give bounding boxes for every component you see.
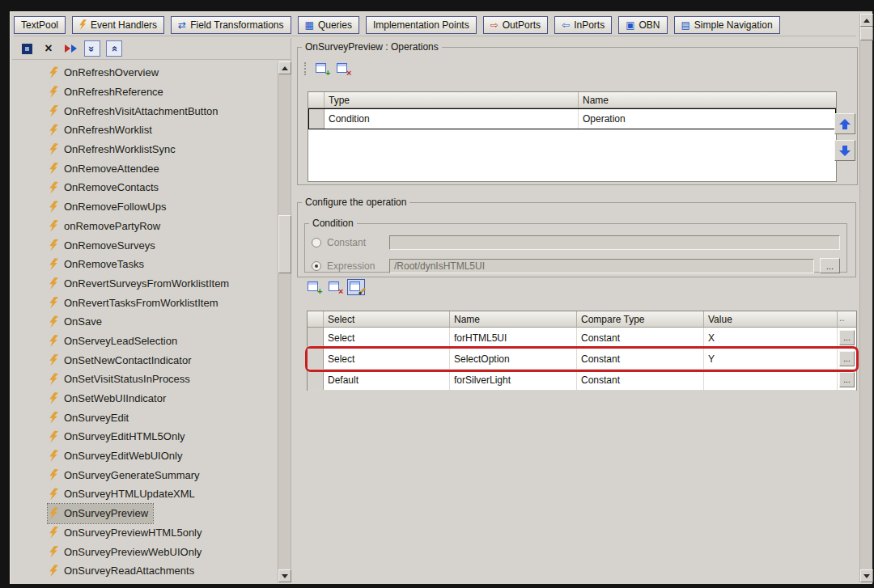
event-handler-item[interactable]: OnRemoveSurveys <box>48 235 160 255</box>
toolbar-tab[interactable]: ⇄ Field Transformations <box>171 16 291 34</box>
tab-label: OBN <box>639 19 660 31</box>
add-condition-button[interactable]: + <box>305 279 323 295</box>
bolt-icon <box>79 19 87 30</box>
event-handler-label: OnSurveyEditWebUIOnly <box>64 450 182 462</box>
event-handler-item[interactable]: OnSurveyHTMLUpdateXML <box>48 484 200 504</box>
operation-row[interactable]: Condition Operation <box>308 108 836 129</box>
condition-table-row[interactable]: Select SelectOption Constant Y ... <box>308 349 856 370</box>
event-handler-item[interactable]: OnSurveyPreview <box>48 504 153 523</box>
goto-button[interactable] <box>62 40 78 57</box>
event-handler-item[interactable]: OnSurveyPreviewWebUIOnly <box>48 542 206 561</box>
event-handler-item[interactable]: OnRefreshOverview <box>48 63 163 82</box>
toolbar-tab[interactable]: Event Handlers <box>72 16 164 34</box>
edit-condition-button[interactable] <box>347 279 365 295</box>
column-value[interactable]: Value <box>704 311 838 327</box>
toolbar-tab[interactable]: ⇨ OutPorts <box>483 16 548 34</box>
list-scrollbar[interactable] <box>278 61 291 582</box>
list-scrollbar-thumb[interactable] <box>278 215 291 273</box>
event-handler-item[interactable]: OnRevertSurveysFromWorklistItem <box>48 274 234 294</box>
column-select[interactable]: Select <box>324 311 450 327</box>
event-handler-item[interactable]: OnRemoveTasks <box>48 255 149 274</box>
column-compare-type[interactable]: Compare Type <box>577 311 704 327</box>
expression-input[interactable] <box>389 259 814 273</box>
row-selector[interactable] <box>308 349 324 369</box>
event-handler-item[interactable]: OnSetNewContactIndicator <box>48 350 197 370</box>
toolbar-tab[interactable]: ⇦ InPorts <box>554 16 612 34</box>
toolbar-tab[interactable]: TextPool <box>14 16 66 34</box>
move-up-button[interactable] <box>834 113 855 134</box>
value-browse-button[interactable]: ... <box>839 372 855 387</box>
event-handler-icon <box>49 297 58 309</box>
condition-table-row[interactable]: Default forSilverLight Constant ... <box>308 370 856 391</box>
delete-icon: × <box>45 42 52 55</box>
event-handler-item[interactable]: OnSurveyEdit <box>48 408 134 427</box>
move-down-button[interactable] <box>834 140 855 161</box>
event-handler-icon <box>49 86 58 98</box>
event-handler-icon <box>49 430 58 442</box>
event-handler-item[interactable]: OnRemoveContacts <box>48 178 163 197</box>
event-handler-item[interactable]: OnSurveyPreviewHTML5only <box>48 523 207 543</box>
expression-radio[interactable] <box>312 261 321 271</box>
new-handler-button[interactable] <box>19 40 35 57</box>
event-handler-item[interactable]: OnSurveyEditWebUIOnly <box>48 446 187 466</box>
event-handler-item[interactable]: OnSave <box>48 312 107 332</box>
constant-radio[interactable] <box>312 238 321 247</box>
event-handler-item[interactable]: OnSetWebUIIndicator <box>48 389 171 408</box>
collapse-all-button[interactable]: » <box>106 40 122 57</box>
row-selector[interactable] <box>308 108 325 129</box>
row-selector[interactable] <box>308 370 324 390</box>
event-handler-item[interactable]: OnServeyLeadSelection <box>48 332 182 351</box>
event-handler-item[interactable]: OnSurveyEditHTML5Only <box>48 427 190 446</box>
window-scrollbar[interactable] <box>859 14 872 582</box>
event-handler-item[interactable]: OnSurveyReadAttachments <box>48 561 199 581</box>
simplenav-icon: ▤ <box>681 20 690 30</box>
goto-icon <box>65 44 77 53</box>
value-browse-button[interactable]: ... <box>839 330 855 345</box>
toolbar-tab[interactable]: ▦ Queries <box>298 16 359 34</box>
event-handler-item[interactable]: OnRemoveAttendee <box>48 159 164 178</box>
compare-type-cell: Constant <box>577 349 704 369</box>
app-window: TextPool Event Handlers ⇄ Field Transfor… <box>10 11 872 584</box>
scrollbar-thumb[interactable] <box>860 27 873 40</box>
column-type[interactable]: Type <box>325 92 579 108</box>
list-scroll-up-button[interactable] <box>278 61 291 74</box>
scroll-up-button[interactable] <box>860 14 873 27</box>
event-handler-item[interactable]: OnRemoveFollowUps <box>48 197 171 217</box>
event-handler-label: OnRemoveTasks <box>64 258 144 270</box>
toolbar-tab[interactable]: Implementation Points <box>366 16 477 34</box>
value-browse-button[interactable]: ... <box>839 351 855 366</box>
event-handler-label: OnRevertTasksFromWorklistItem <box>64 297 218 309</box>
event-handler-label: OnSurveyGenerateSummary <box>64 469 200 481</box>
expand-all-button[interactable]: » <box>84 40 100 57</box>
row-selector[interactable] <box>308 328 324 348</box>
delete-condition-button[interactable]: × <box>326 279 344 295</box>
add-operation-button[interactable]: + <box>313 61 331 77</box>
tab-label: Queries <box>318 19 352 31</box>
toolbar-tab[interactable]: ▤ Simple Navigation <box>674 16 780 34</box>
event-handler-icon <box>49 105 58 117</box>
event-handler-item[interactable]: OnSurveyRefresh <box>48 581 152 582</box>
event-handler-icon <box>49 66 58 78</box>
event-handler-item[interactable]: OnSurveyGenerateSummary <box>48 465 205 484</box>
delete-operation-button[interactable]: × <box>334 61 352 77</box>
column-name[interactable]: Name <box>450 311 577 327</box>
tab-label: Simple Navigation <box>694 19 773 31</box>
event-handler-item[interactable]: onRemovePartyRow <box>48 217 165 236</box>
column-name[interactable]: Name <box>579 92 836 108</box>
event-handler-item[interactable]: OnSetVisitStatusInProcess <box>48 370 195 389</box>
toolbar-tab[interactable]: ▣ OBN <box>618 16 667 34</box>
delete-handler-button[interactable]: × <box>40 40 57 57</box>
event-handler-item[interactable]: OnRefreshReference <box>48 82 168 102</box>
condition-table-row[interactable]: Select forHTML5UI Constant X ... <box>308 328 856 349</box>
scroll-down-button[interactable] <box>860 569 873 582</box>
list-scroll-down-button[interactable] <box>278 569 291 582</box>
event-handler-item[interactable]: OnRefreshWorklist <box>48 121 157 140</box>
event-handler-item[interactable]: OnRefreshVisitAttachmentButton <box>48 101 223 121</box>
event-handler-item[interactable]: OnRefreshWorklistSync <box>48 140 180 159</box>
event-handler-list: OnRefreshOverview OnRefreshReference OnR… <box>12 61 278 582</box>
event-handler-label: onRemovePartyRow <box>64 220 160 232</box>
event-handler-item[interactable]: OnRevertTasksFromWorklistItem <box>48 293 223 312</box>
expression-browse-button[interactable]: ... <box>820 258 840 273</box>
condition-table-header: Select Name Compare Type Value .. <box>308 311 856 328</box>
select-cell: Default <box>324 370 450 390</box>
